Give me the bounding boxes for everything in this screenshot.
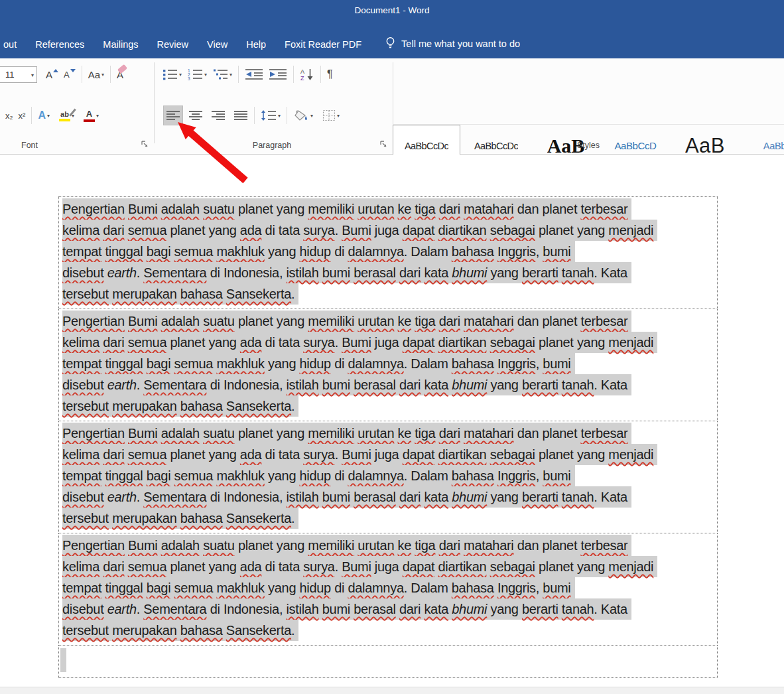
increase-indent-icon bbox=[269, 68, 287, 80]
superscript-button[interactable]: x² bbox=[16, 105, 29, 125]
selection-highlight: Pengertian Bumi adalah suatu planet yang… bbox=[62, 535, 631, 556]
separator bbox=[254, 107, 255, 124]
tab-mailings[interactable]: Mailings bbox=[94, 39, 147, 50]
font-color-button[interactable]: A ▾ bbox=[81, 105, 101, 125]
grow-font-button[interactable]: A bbox=[43, 64, 61, 84]
text-line: Pengertian Bumi adalah suatu planet yang… bbox=[62, 198, 717, 220]
styles-group-label: Styles bbox=[393, 141, 784, 150]
text-line: disebut earth. Sementara di Indonesia, i… bbox=[62, 486, 717, 508]
text-line: disebut earth. Sementara di Indonesia, i… bbox=[62, 374, 717, 395]
chevron-down-icon: ▾ bbox=[337, 113, 340, 119]
selection-highlight: kelima dari semua planet yang ada di tat… bbox=[62, 332, 657, 353]
decrease-indent-button[interactable] bbox=[242, 64, 266, 84]
text-line: Pengertian Bumi adalah suatu planet yang… bbox=[62, 311, 717, 332]
align-left-button[interactable] bbox=[163, 105, 183, 125]
align-left-icon bbox=[166, 110, 180, 121]
line-spacing-icon bbox=[261, 109, 277, 121]
text-line: tempat tinggal bagi semua makhluk yang h… bbox=[62, 465, 717, 486]
selection-highlight: disebut earth. Sementara di Indonesia, i… bbox=[62, 374, 631, 395]
tab-references[interactable]: References bbox=[26, 39, 94, 50]
paragraph-group-row1: ▾ 1 2 3 ▾ ▾ bbox=[159, 64, 336, 84]
align-right-button[interactable] bbox=[208, 105, 228, 125]
shading-button[interactable]: ▾ bbox=[291, 105, 316, 125]
change-case-button[interactable]: Aa ▾ bbox=[86, 64, 107, 84]
selection-highlight: kelima dari semua planet yang ada di tat… bbox=[62, 444, 657, 465]
svg-text:A: A bbox=[300, 68, 304, 75]
increase-indent-button[interactable] bbox=[266, 64, 290, 84]
chevron-down-icon: ▾ bbox=[96, 113, 99, 119]
highlighter-icon: ab bbox=[59, 110, 70, 121]
selection-highlight: kelima dari semua planet yang ada di tat… bbox=[62, 220, 657, 241]
font-size-combobox[interactable]: 11 ▾ bbox=[0, 66, 37, 83]
text-highlight-color-button[interactable]: ab ▾ bbox=[56, 105, 77, 125]
justify-button[interactable] bbox=[231, 105, 251, 125]
document-paragraph[interactable]: Pengertian Bumi adalah suatu planet yang… bbox=[58, 421, 718, 533]
text-line: tersebut merupakan bahasa Sansekerta. bbox=[62, 620, 717, 641]
separator bbox=[31, 107, 32, 124]
chevron-down-icon: ▾ bbox=[229, 72, 232, 78]
text-line: tersebut merupakan bahasa Sansekerta. bbox=[62, 395, 717, 417]
numbering-icon: 1 2 3 bbox=[187, 68, 203, 80]
bullets-button[interactable]: ▾ bbox=[159, 64, 184, 84]
eraser-icon bbox=[117, 64, 127, 74]
tab-help[interactable]: Help bbox=[237, 39, 275, 50]
selection-highlight: tersebut merupakan bahasa Sansekerta. bbox=[62, 620, 298, 641]
sort-icon: A Z bbox=[300, 68, 314, 81]
selection-highlight: Pengertian Bumi adalah suatu planet yang… bbox=[62, 311, 631, 332]
tab-out[interactable]: out bbox=[0, 39, 26, 50]
show-paragraph-marks-button[interactable]: ¶ bbox=[324, 64, 336, 84]
paint-bucket-icon bbox=[293, 109, 309, 121]
text-effects-button[interactable]: A ▾ bbox=[35, 105, 52, 125]
shrink-font-arrow-icon bbox=[70, 69, 76, 72]
align-center-button[interactable] bbox=[186, 105, 206, 125]
align-right-icon bbox=[211, 110, 226, 121]
chevron-down-icon: ▾ bbox=[31, 72, 34, 78]
separator bbox=[82, 66, 82, 83]
font-group-row2: x₂ x² A ▾ ab ▾ A ▾ bbox=[3, 105, 101, 125]
selection-highlight: kelima dari semua planet yang ada di tat… bbox=[62, 556, 657, 577]
font-color-icon: A bbox=[84, 109, 95, 122]
tab-review[interactable]: Review bbox=[148, 39, 198, 50]
clear-formatting-button[interactable]: A bbox=[114, 64, 126, 84]
tab-foxit-reader-pdf[interactable]: Foxit Reader PDF bbox=[275, 39, 371, 50]
borders-button[interactable]: ▾ bbox=[320, 105, 342, 125]
multilevel-list-button[interactable]: ▾ bbox=[210, 64, 235, 84]
text-line: kelima dari semua planet yang ada di tat… bbox=[62, 444, 717, 465]
window-title: Document1 - Word bbox=[354, 5, 429, 15]
text-line: tempat tinggal bagi semua makhluk yang h… bbox=[62, 241, 717, 262]
font-dialog-launcher[interactable] bbox=[141, 140, 150, 149]
document-paragraph[interactable]: Pengertian Bumi adalah suatu planet yang… bbox=[58, 309, 718, 421]
font-size-value: 11 bbox=[5, 70, 15, 80]
selection-highlight: tersebut merupakan bahasa Sansekerta. bbox=[62, 283, 298, 305]
paragraph-group-label: Paragraph bbox=[219, 141, 325, 150]
text-line: disebut earth. Sementara di Indonesia, i… bbox=[62, 598, 717, 620]
text-line: Pengertian Bumi adalah suatu planet yang… bbox=[62, 423, 717, 444]
selection-highlight: tempat tinggal bagi semua makhluk yang h… bbox=[62, 353, 575, 374]
text-line: kelima dari semua planet yang ada di tat… bbox=[62, 332, 717, 353]
line-spacing-button[interactable]: ▾ bbox=[258, 105, 283, 125]
document-paragraph[interactable]: Pengertian Bumi adalah suatu planet yang… bbox=[58, 533, 718, 646]
text-line: tersebut merupakan bahasa Sansekerta. bbox=[62, 283, 717, 305]
tell-me-label: Tell me what you want to do bbox=[401, 38, 520, 49]
justify-icon bbox=[233, 110, 248, 121]
borders-icon bbox=[322, 109, 336, 121]
tell-me-box[interactable]: Tell me what you want to do bbox=[385, 36, 520, 58]
ribbon-tabs: outReferencesMailingsReviewViewHelpFoxit… bbox=[0, 39, 371, 58]
empty-paragraph[interactable] bbox=[58, 645, 718, 678]
tab-view[interactable]: View bbox=[198, 39, 237, 50]
selection-highlight: Pengertian Bumi adalah suatu planet yang… bbox=[62, 198, 631, 220]
text-line: tempat tinggal bagi semua makhluk yang h… bbox=[62, 577, 717, 598]
separator bbox=[110, 66, 111, 83]
chevron-down-icon: ▾ bbox=[204, 72, 207, 78]
document-paragraph[interactable]: Pengertian Bumi adalah suatu planet yang… bbox=[58, 196, 718, 309]
lightbulb-icon bbox=[385, 36, 395, 50]
shrink-font-button[interactable]: A bbox=[61, 64, 78, 84]
font-group-row1: 11 ▾ A A Aa ▾ A bbox=[0, 64, 126, 84]
selection-highlight: Pengertian Bumi adalah suatu planet yang… bbox=[62, 423, 631, 444]
paragraph-dialog-launcher[interactable] bbox=[379, 140, 389, 149]
numbering-button[interactable]: 1 2 3 ▾ bbox=[184, 64, 210, 84]
sort-button[interactable]: A Z bbox=[297, 64, 317, 84]
selection-highlight: tersebut merupakan bahasa Sansekerta. bbox=[62, 508, 298, 529]
document-canvas[interactable]: Pengertian Bumi adalah suatu planet yang… bbox=[0, 155, 784, 687]
subscript-button[interactable]: x₂ bbox=[3, 105, 16, 125]
